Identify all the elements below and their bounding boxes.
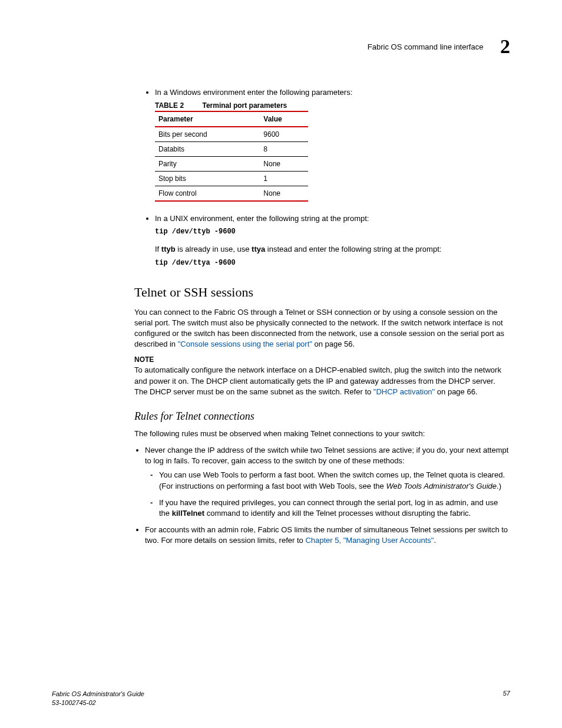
link-chapter-5[interactable]: Chapter 5, "Managing User Accounts" xyxy=(305,536,434,545)
parameters-table: Parameter Value Bits per second9600 Data… xyxy=(155,111,308,202)
doc-title: Web Tools Administrator's Guide xyxy=(386,482,497,490)
page: Fabric OS command line interface 2 In a … xyxy=(0,0,562,728)
list-item: In a UNIX environment, enter the followi… xyxy=(155,213,510,224)
term-ttya: ttya xyxy=(252,245,265,253)
link-console-sessions[interactable]: "Console sessions using the serial port" xyxy=(178,340,312,348)
table-row: Bits per second9600 xyxy=(155,127,308,142)
list-item: For accounts with an admin role, Fabric … xyxy=(145,525,510,546)
list-item: You can use Web Tools to perform a fast … xyxy=(159,470,510,491)
command-killtelnet: killTelnet xyxy=(172,509,204,518)
footer-docnum: 53-1002745-02 xyxy=(52,699,96,706)
list-item: In a Windows environment enter the follo… xyxy=(155,87,510,98)
footer-guide: Fabric OS Administrator's Guide xyxy=(52,690,144,697)
note-text: To automatically configure the network i… xyxy=(134,365,510,397)
table-header: Value xyxy=(260,111,308,127)
footer-left: Fabric OS Administrator's Guide 53-10027… xyxy=(52,690,144,707)
page-footer: Fabric OS Administrator's Guide 53-10027… xyxy=(52,690,510,707)
chapter-number: 2 xyxy=(500,35,510,58)
section-telnet-ssh: Telnet or SSH sessions You can connect t… xyxy=(134,285,510,546)
sub-list: You can use Web Tools to perform a fast … xyxy=(145,470,510,519)
subsection-heading: Rules for Telnet connections xyxy=(134,410,510,423)
list-item: Never change the IP address of the switc… xyxy=(145,445,510,519)
link-dhcp-activation[interactable]: "DHCP activation" xyxy=(373,387,435,396)
bullet-list-1: In a Windows environment enter the follo… xyxy=(134,87,510,98)
rules-list: Never change the IP address of the switc… xyxy=(134,445,510,546)
section-heading: Telnet or SSH sessions xyxy=(134,285,510,300)
table-row: Flow controlNone xyxy=(155,186,308,202)
term-ttyb: ttyb xyxy=(161,245,176,253)
footer-page-number: 57 xyxy=(503,690,510,697)
bullet-list-2: In a UNIX environment, enter the followi… xyxy=(134,213,510,224)
table-caption: TABLE 2 Terminal port parameters xyxy=(155,101,510,110)
table-label: TABLE 2 xyxy=(155,101,184,110)
table-header: Parameter xyxy=(155,111,260,127)
paragraph: If ttyb is already in use, use ttya inst… xyxy=(155,244,510,255)
table-row: Stop bits1 xyxy=(155,172,308,186)
table-row: ParityNone xyxy=(155,157,308,172)
paragraph: You can connect to the Fabric OS through… xyxy=(134,307,510,350)
code-block: tip /dev/ttyb -9600 xyxy=(155,228,510,236)
table-title: Terminal port parameters xyxy=(202,101,287,110)
list-item: If you have the required privileges, you… xyxy=(159,498,510,519)
paragraph: The following rules must be observed whe… xyxy=(134,429,510,439)
content-block-1: In a Windows environment enter the follo… xyxy=(134,87,510,267)
page-header: Fabric OS command line interface 2 xyxy=(52,35,510,58)
note-label: NOTE xyxy=(134,355,510,364)
header-title: Fabric OS command line interface xyxy=(368,42,484,51)
code-block: tip /dev/ttya -9600 xyxy=(155,259,510,267)
table-row: Databits8 xyxy=(155,142,308,157)
